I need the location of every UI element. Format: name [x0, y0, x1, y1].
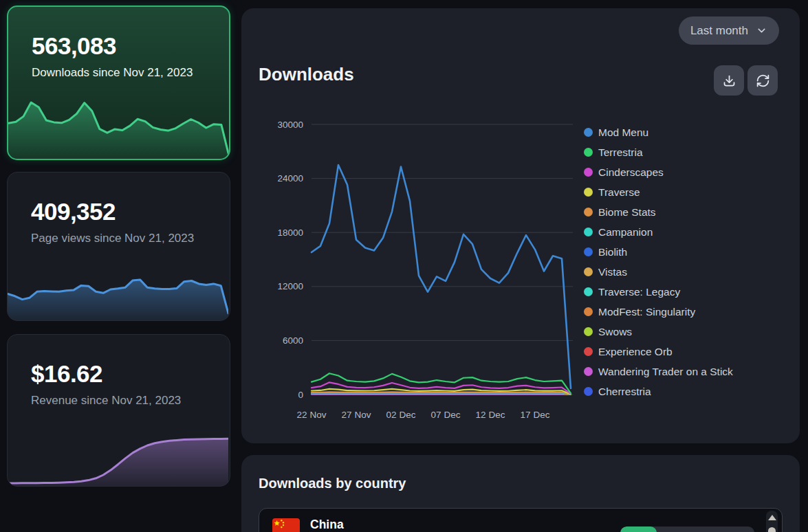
legend-dot [584, 228, 593, 236]
legend-item: Cinderscapes [584, 162, 733, 182]
download-icon [722, 74, 736, 88]
svg-text:6000: 6000 [283, 335, 303, 346]
scroll-up-button[interactable] [766, 515, 778, 527]
legend-label: Experience Orb [598, 346, 673, 358]
stat-card-page-views[interactable]: 409,352 Page views since Nov 21, 2023 [7, 172, 230, 321]
legend-dot [584, 307, 593, 316]
legend-item: Experience Orb [584, 342, 733, 362]
revenue-sparkline [8, 434, 228, 486]
chart-legend: Mod MenuTerrestriaCinderscapesTraverseBi… [584, 122, 733, 401]
export-button[interactable] [714, 65, 744, 96]
legend-dot [584, 267, 593, 276]
legend-label: Campanion [598, 226, 653, 239]
legend-item: Swows [584, 322, 733, 342]
legend-item: Traverse [584, 182, 733, 202]
page-views-sparkline [8, 275, 228, 320]
legend-dot [584, 128, 593, 137]
legend-label: Traverse: Legacy [598, 286, 680, 298]
legend-label: Traverse [598, 186, 640, 199]
legend-item: Biolith [584, 242, 733, 262]
revenue-total-label: Revenue since Nov 21, 2023 [31, 393, 210, 408]
country-download-bar [620, 527, 754, 532]
country-bar-fill [620, 527, 657, 532]
legend-item: Traverse: Legacy [584, 282, 733, 302]
legend-item: ModFest: Singularity [584, 302, 733, 322]
legend-label: Wandering Trader on a Stick [598, 366, 733, 378]
legend-label: Mod Menu [598, 126, 648, 139]
legend-item: Wandering Trader on a Stick [584, 362, 733, 381]
legend-item: Cherrestria [584, 381, 733, 401]
svg-text:02 Dec: 02 Dec [386, 410, 416, 420]
legend-dot [584, 327, 593, 336]
svg-text:22 Nov: 22 Nov [297, 410, 327, 420]
legend-dot [584, 367, 593, 376]
legend-dot [584, 387, 593, 396]
country-panel-title: Downloads by country [259, 476, 406, 491]
downloads-sparkline [8, 97, 229, 159]
svg-text:30000: 30000 [277, 120, 303, 130]
legend-label: Biolith [598, 246, 627, 258]
country-row: China [259, 509, 782, 532]
svg-text:12000: 12000 [277, 281, 303, 291]
downloads-by-country-panel: Downloads by country China [241, 455, 800, 532]
china-flag-icon [272, 518, 300, 532]
downloads-panel: Last month Downloads 0600012000180002400… [241, 8, 800, 443]
legend-label: ModFest: Singularity [598, 306, 695, 318]
svg-text:17 Dec: 17 Dec [521, 410, 550, 420]
legend-dot [584, 148, 593, 157]
refresh-icon [756, 74, 770, 88]
legend-dot [584, 168, 593, 177]
refresh-button[interactable] [747, 65, 778, 96]
page-views-total-label: Page views since Nov 21, 2023 [31, 231, 210, 246]
stat-card-revenue[interactable]: $16.62 Revenue since Nov 21, 2023 [7, 334, 230, 487]
country-name: China [310, 518, 344, 532]
legend-item: Vistas [584, 262, 733, 282]
legend-dot [584, 208, 593, 217]
legend-dot [584, 188, 593, 197]
legend-label: Cinderscapes [598, 166, 664, 179]
svg-text:07 Dec: 07 Dec [431, 410, 461, 420]
legend-item: Terrestria [584, 142, 733, 162]
legend-label: Cherrestria [598, 386, 651, 398]
legend-item: Campanion [584, 222, 733, 242]
downloads-total: 563,083 [32, 33, 210, 60]
legend-item: Mod Menu [584, 122, 733, 142]
svg-text:27 Nov: 27 Nov [342, 410, 371, 420]
date-range-selector[interactable]: Last month [679, 16, 779, 45]
legend-label: Swows [598, 326, 632, 338]
svg-text:18000: 18000 [277, 228, 303, 238]
legend-label: Biome Stats [598, 206, 656, 219]
chevron-down-icon [756, 25, 767, 36]
scrollbar-thumb[interactable] [768, 527, 776, 532]
downloads-total-label: Downloads since Nov 21, 2023 [32, 65, 210, 80]
country-list: China [259, 508, 783, 532]
legend-item: Biome Stats [584, 202, 733, 222]
stat-card-downloads[interactable]: 563,083 Downloads since Nov 21, 2023 [7, 5, 230, 160]
legend-label: Terrestria [598, 146, 643, 159]
scrollbar[interactable] [766, 511, 778, 532]
legend-label: Vistas [598, 266, 627, 278]
svg-text:24000: 24000 [277, 173, 303, 184]
legend-dot [584, 287, 593, 296]
date-range-label: Last month [690, 24, 748, 38]
legend-dot [584, 247, 593, 256]
legend-dot [584, 347, 593, 356]
page-views-total: 409,352 [31, 199, 210, 225]
revenue-total: $16.62 [31, 361, 210, 388]
analytics-dashboard: { "stat_cards": [ { "value": "563,083", … [0, 0, 808, 532]
panel-title: Downloads [259, 64, 354, 85]
svg-text:12 Dec: 12 Dec [476, 410, 505, 420]
svg-text:0: 0 [298, 390, 303, 400]
